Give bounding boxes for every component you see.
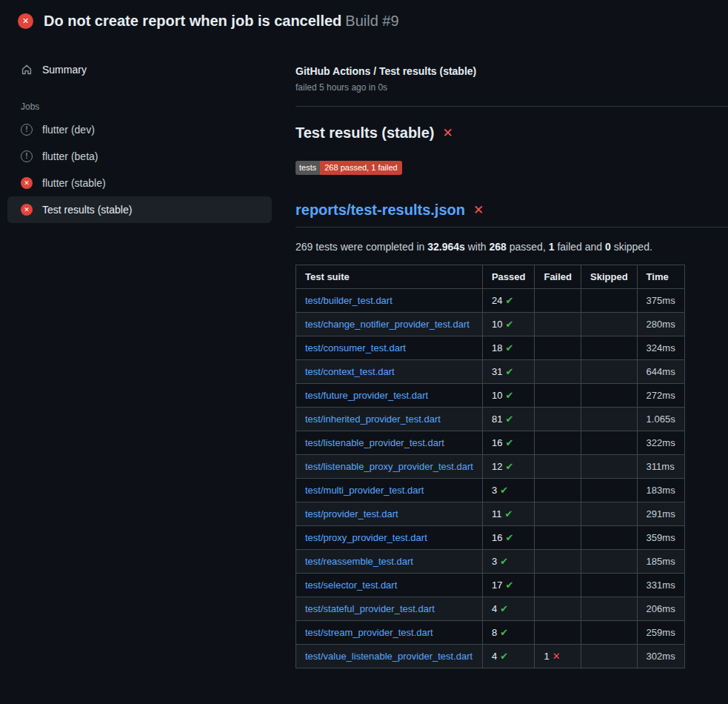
- test-suite-link[interactable]: test/builder_test.dart: [305, 295, 393, 306]
- count: 10: [492, 319, 502, 330]
- skipped-cell: [581, 645, 638, 668]
- build-title-text: Do not create report when job is cancell…: [44, 13, 341, 29]
- job-label: Test results (stable): [42, 204, 132, 216]
- test-suite-cell: test/consumer_test.dart: [296, 336, 483, 360]
- sidebar-item-flutter-beta[interactable]: !flutter (beta): [7, 143, 272, 170]
- summary-stat: 268: [490, 241, 507, 253]
- table-row: test/consumer_test.dart18✔324ms: [296, 336, 685, 360]
- test-suite-link[interactable]: test/context_test.dart: [305, 366, 395, 377]
- time-cell: 206ms: [637, 597, 684, 621]
- count: 4: [492, 651, 497, 662]
- skipped-cell: [581, 431, 638, 455]
- time-cell: 311ms: [637, 455, 684, 479]
- count: 81: [492, 414, 502, 425]
- time-cell: 1.065s: [637, 408, 684, 431]
- failed-cell: [535, 526, 581, 550]
- test-suite-link[interactable]: test/reassemble_test.dart: [305, 556, 413, 567]
- skipped-cell: [581, 408, 638, 431]
- passed-cell: 24✔: [482, 289, 535, 313]
- count: 3: [492, 556, 497, 567]
- passed-cell: 4✔: [482, 597, 535, 621]
- time-cell: 183ms: [637, 479, 684, 502]
- test-suite-link[interactable]: test/stream_provider_test.dart: [305, 627, 433, 638]
- skipped-cell: [581, 289, 638, 313]
- column-header-failed: Failed: [535, 265, 581, 289]
- home-icon: [21, 64, 33, 76]
- failed-cell: [535, 479, 581, 502]
- test-suite-cell: test/value_listenable_provider_test.dart: [296, 645, 483, 668]
- passed-cell: 8✔: [482, 621, 535, 645]
- time-cell: 259ms: [637, 621, 684, 645]
- time-cell: 322ms: [637, 431, 684, 455]
- test-suite-link[interactable]: test/inherited_provider_test.dart: [305, 414, 441, 425]
- test-suite-link[interactable]: test/selector_test.dart: [305, 580, 397, 591]
- test-suite-link[interactable]: test/listenable_proxy_provider_test.dart: [305, 461, 473, 472]
- test-suite-cell: test/stateful_provider_test.dart: [296, 597, 483, 621]
- table-row: test/future_provider_test.dart10✔272ms: [296, 384, 685, 408]
- passed-cell: 16✔: [482, 526, 535, 550]
- test-suite-link[interactable]: test/consumer_test.dart: [305, 342, 406, 353]
- table-row: test/stateful_provider_test.dart4✔206ms: [296, 597, 685, 621]
- summary-stat: 32.964s: [427, 241, 465, 253]
- skipped-cell: [581, 313, 638, 336]
- count: 1: [544, 651, 549, 662]
- x-icon: ✕: [442, 127, 453, 139]
- table-row: test/provider_test.dart11✔291ms: [296, 502, 685, 526]
- sidebar-item-summary[interactable]: Summary: [7, 57, 272, 82]
- check-title-text: Test results (stable): [295, 124, 434, 142]
- summary-text: 269 tests were completed in: [295, 241, 427, 253]
- check-icon: ✔: [504, 508, 512, 519]
- count: 17: [492, 580, 502, 591]
- sidebar-item-flutter-stable[interactable]: ✕flutter (stable): [7, 170, 272, 196]
- jobs-list: !flutter (dev)!flutter (beta)✕flutter (s…: [7, 116, 272, 223]
- test-suite-link[interactable]: test/stateful_provider_test.dart: [305, 603, 435, 614]
- skipped-cell: [581, 479, 638, 502]
- test-suite-link[interactable]: test/proxy_provider_test.dart: [305, 532, 427, 543]
- failed-cell: [535, 336, 581, 360]
- passed-cell: 18✔: [482, 336, 535, 360]
- failed-cell: [535, 360, 581, 384]
- failed-status-icon: ✕: [18, 13, 33, 29]
- check-icon: ✔: [500, 603, 508, 614]
- failed-icon: ✕: [21, 204, 33, 216]
- table-row: test/context_test.dart31✔644ms: [296, 360, 685, 384]
- passed-cell: 3✔: [482, 550, 535, 574]
- table-row: test/proxy_provider_test.dart16✔359ms: [296, 526, 685, 550]
- test-suite-link[interactable]: test/listenable_provider_test.dart: [305, 437, 444, 448]
- test-suite-link[interactable]: test/change_notifier_provider_test.dart: [305, 319, 470, 330]
- failed-icon: ✕: [21, 177, 33, 189]
- test-suite-cell: test/selector_test.dart: [296, 574, 483, 597]
- sidebar-item-test-results-stable[interactable]: ✕Test results (stable): [7, 196, 272, 223]
- failed-cell: [535, 313, 581, 336]
- check-icon: ✔: [505, 342, 513, 353]
- failed-cell: 1✕: [535, 645, 581, 668]
- badge-value: 268 passed, 1 failed: [320, 161, 401, 175]
- test-suite-link[interactable]: test/value_listenable_provider_test.dart: [305, 651, 472, 662]
- passed-cell: 10✔: [482, 384, 535, 408]
- summary-label: Summary: [42, 64, 87, 76]
- column-header-passed: Passed: [482, 265, 535, 289]
- build-header: ✕ Do not create report when job is cance…: [0, 0, 728, 42]
- check-icon: ✔: [500, 556, 508, 567]
- table-row: test/multi_provider_test.dart3✔183ms: [296, 479, 685, 502]
- time-cell: 291ms: [637, 502, 684, 526]
- test-suite-link[interactable]: test/multi_provider_test.dart: [305, 485, 424, 496]
- test-suite-link[interactable]: test/provider_test.dart: [305, 508, 398, 519]
- time-cell: 644ms: [637, 360, 684, 384]
- skipped-cell: [581, 621, 638, 645]
- warning-icon: !: [21, 124, 33, 136]
- sidebar-item-flutter-dev[interactable]: !flutter (dev): [7, 116, 272, 143]
- job-label: flutter (stable): [42, 177, 106, 189]
- report-heading: reports/test-results.json ✕: [295, 202, 728, 228]
- job-label: flutter (beta): [42, 150, 98, 162]
- tests-badge: tests 268 passed, 1 failed: [295, 161, 402, 175]
- skipped-cell: [581, 550, 638, 574]
- test-suite-cell: test/builder_test.dart: [296, 289, 483, 313]
- failed-cell: [535, 550, 581, 574]
- time-cell: 302ms: [637, 645, 684, 668]
- report-link[interactable]: reports/test-results.json: [295, 202, 465, 219]
- check-icon: ✔: [505, 295, 513, 306]
- skipped-cell: [581, 574, 638, 597]
- failed-cell: [535, 502, 581, 526]
- test-suite-link[interactable]: test/future_provider_test.dart: [305, 390, 428, 401]
